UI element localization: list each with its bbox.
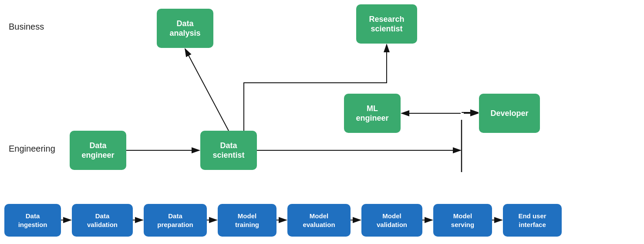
svg-line-3 bbox=[185, 49, 229, 131]
research-scientist-box: Researchscientist bbox=[356, 4, 417, 44]
model-serving-box: Modelserving bbox=[433, 204, 492, 237]
diagram-area: Business Engineering bbox=[0, 0, 644, 244]
data-scientist-box: Datascientist bbox=[200, 131, 257, 170]
data-preparation-box: Datapreparation bbox=[144, 204, 207, 237]
ml-engineer-box: MLengineer bbox=[344, 94, 401, 133]
developer-box: Developer bbox=[479, 94, 540, 133]
model-validation-box: Modelvalidation bbox=[361, 204, 422, 237]
data-engineer-box: Dataengineer bbox=[70, 131, 126, 170]
end-user-interface-box: End userinterface bbox=[503, 204, 562, 237]
model-evaluation-box: Modelevaluation bbox=[287, 204, 351, 237]
engineering-label: Engineering bbox=[9, 144, 55, 154]
business-label: Business bbox=[9, 22, 44, 32]
data-ingestion-box: Dataingestion bbox=[4, 204, 61, 237]
model-training-box: Modeltraining bbox=[218, 204, 276, 237]
data-analysis-box: Dataanalysis bbox=[157, 9, 213, 48]
data-validation-box: Datavalidation bbox=[72, 204, 133, 237]
